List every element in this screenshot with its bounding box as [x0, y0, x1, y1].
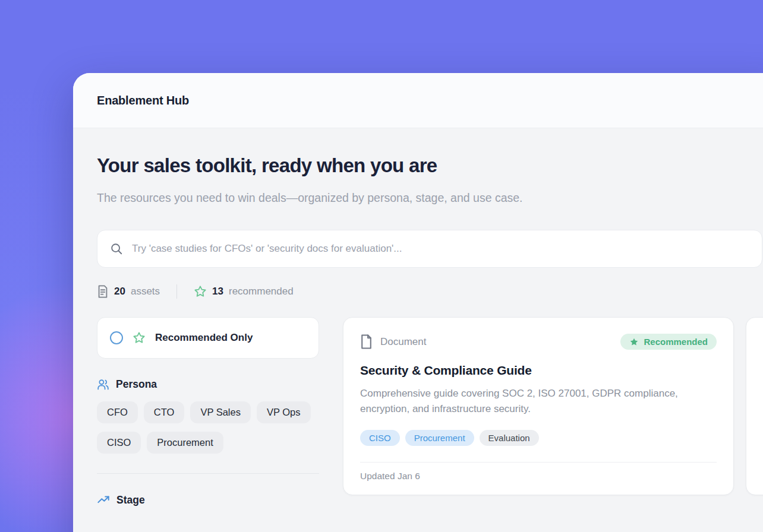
card-description: Comprehensive guide covering SOC 2, ISO … — [360, 386, 717, 417]
recommended-badge-label: Recommended — [644, 337, 708, 347]
star-filled-icon — [629, 337, 639, 347]
persona-chip-cto[interactable]: CTO — [144, 401, 185, 423]
stats-row: 20 assets 13 recommended — [97, 284, 763, 299]
assets-label: assets — [131, 286, 160, 297]
app-header: Enablement Hub — [73, 73, 763, 128]
users-icon — [97, 378, 109, 391]
persona-section-title: Persona — [116, 378, 157, 391]
asset-card-partial[interactable] — [746, 317, 763, 495]
card-tags: CISO Procurement Evaluation — [360, 430, 717, 446]
enablement-hub-window: Enablement Hub Your sales toolkit, ready… — [73, 73, 763, 532]
asset-card-security-compliance-guide[interactable]: Document Recommended Security & Complian… — [343, 317, 734, 495]
persona-chip-vp-sales[interactable]: VP Sales — [190, 401, 251, 423]
star-icon — [194, 285, 207, 298]
file-icon — [360, 334, 373, 349]
recommended-badge: Recommended — [620, 334, 717, 350]
search-icon — [110, 242, 123, 255]
card-type: Document — [360, 334, 426, 349]
card-top-row: Document Recommended — [360, 334, 717, 350]
assets-count: 20 — [114, 286, 125, 297]
main-content: Your sales toolkit, ready when you are T… — [73, 128, 763, 506]
card-title: Security & Compliance Guide — [360, 363, 717, 378]
content-row: Recommended Only Persona CFO CTO VP Sale… — [97, 317, 763, 506]
asset-cards: Document Recommended Security & Complian… — [343, 317, 763, 495]
stage-section-title: Stage — [116, 494, 145, 506]
page-subtitle: The resources you need to win deals—orga… — [97, 187, 585, 208]
search-bar[interactable] — [97, 230, 762, 268]
page-title: Your sales toolkit, ready when you are — [97, 154, 763, 177]
persona-chip-ciso[interactable]: CISO — [97, 432, 141, 454]
recommended-count: 13 — [212, 286, 223, 297]
recommended-label: recommended — [229, 286, 294, 297]
stats-divider — [176, 284, 177, 299]
trending-up-icon — [97, 493, 110, 506]
persona-chip-vp-ops[interactable]: VP Ops — [257, 401, 311, 423]
file-text-icon — [97, 285, 109, 298]
recommended-only-toggle[interactable]: Recommended Only — [97, 317, 319, 359]
card-type-label: Document — [380, 336, 426, 348]
recommended-stat: 13 recommended — [194, 285, 294, 298]
tag-evaluation[interactable]: Evaluation — [480, 430, 539, 446]
tag-procurement[interactable]: Procurement — [405, 430, 474, 446]
star-icon — [133, 331, 146, 344]
persona-chips: CFO CTO VP Sales VP Ops CISO Procurement — [97, 401, 319, 454]
radio-circle-icon[interactable] — [110, 331, 123, 344]
persona-chip-cfo[interactable]: CFO — [97, 401, 138, 423]
persona-chip-procurement[interactable]: Procurement — [147, 432, 223, 454]
recommended-only-label: Recommended Only — [155, 332, 253, 344]
card-updated-date: Updated Jan 6 — [360, 463, 717, 493]
persona-section-header: Persona — [97, 378, 319, 391]
sidebar-divider — [97, 473, 319, 474]
tag-ciso[interactable]: CISO — [360, 430, 400, 446]
search-input[interactable] — [132, 243, 749, 255]
filters-sidebar: Recommended Only Persona CFO CTO VP Sale… — [97, 317, 319, 506]
assets-stat: 20 assets — [97, 285, 160, 298]
stage-section-header: Stage — [97, 493, 319, 506]
app-title: Enablement Hub — [97, 94, 189, 107]
